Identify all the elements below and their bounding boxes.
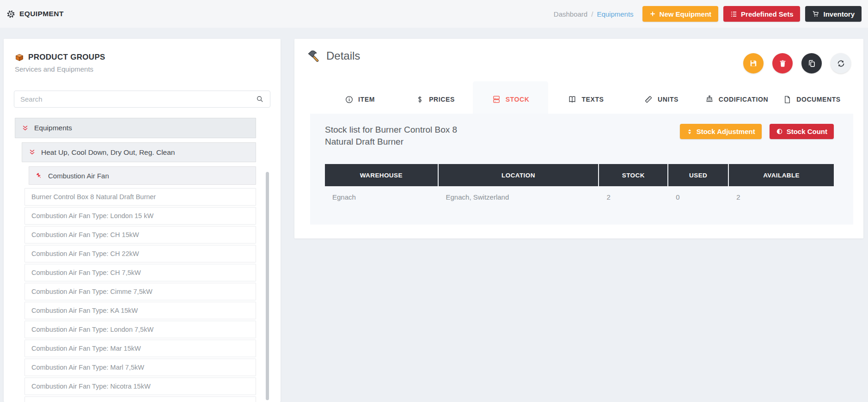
- column-header: STOCK: [599, 164, 668, 186]
- info-icon: [345, 95, 354, 104]
- predefined-sets-button[interactable]: Predefined Sets: [723, 6, 800, 22]
- tab-label: CODIFICATION: [719, 96, 768, 103]
- cart-icon: [812, 10, 819, 18]
- tab-label: PRICES: [429, 96, 455, 103]
- topbar-app: EQUIPMENT: [6, 10, 64, 18]
- list-item[interactable]: Combustion Air Fan Type: London 7,5kW: [24, 321, 256, 338]
- plus-icon: [649, 11, 656, 17]
- tab-texts[interactable]: TEXTS: [548, 85, 623, 114]
- list-item[interactable]: Combustion Air Fan Type: CH 15kW: [24, 226, 256, 244]
- box-icon: [15, 53, 24, 62]
- ruler-icon: [644, 95, 653, 104]
- document-icon: [783, 95, 792, 104]
- list-item[interactable]: Combustion Air Fan Type: Cimme 7,5kW: [24, 283, 256, 300]
- tree-group-combustion-air-fan[interactable]: Combustion Air Fan: [29, 166, 256, 185]
- item-label: Burner Control Box 8 Natural Draft Burne…: [31, 193, 156, 201]
- stock-drawers-icon: [492, 95, 501, 104]
- list-item[interactable]: Burner Control Box 8 Natural Draft Burne…: [24, 188, 256, 206]
- list-item[interactable]: Combustion Air Fan Type: KA 15kW: [24, 302, 256, 319]
- tab-prices[interactable]: PRICES: [397, 85, 473, 114]
- stock-adjustment-button[interactable]: Stock Adjustment: [680, 124, 762, 139]
- cell-used: 0: [668, 186, 729, 207]
- tab-documents[interactable]: DOCUMENTS: [774, 85, 850, 114]
- inventory-button[interactable]: Inventory: [805, 6, 862, 22]
- list-item[interactable]: Combustion Air Fan Type: London 15 kW: [24, 207, 256, 225]
- item-label: Combustion Air Fan Type: Marl 7,5kW: [31, 364, 144, 371]
- stock-table-header: WAREHOUSE LOCATION STOCK USED AVAILABLE: [325, 164, 834, 186]
- topbar: EQUIPMENT Dashboard / Equipments New Equ…: [0, 0, 868, 28]
- item-label: Combustion Air Fan Type: CH 15kW: [31, 231, 139, 238]
- sort-icon: [686, 128, 693, 135]
- stock-table: WAREHOUSE LOCATION STOCK USED AVAILABLE …: [325, 164, 834, 207]
- copy-icon: [807, 59, 816, 68]
- topbar-actions: Dashboard / Equipments New Equipment Pre…: [554, 6, 862, 22]
- column-header: LOCATION: [439, 164, 599, 186]
- new-equipment-button[interactable]: New Equipment: [642, 6, 719, 22]
- list-item[interactable]: Combustion Air Fan Type: Mar 15kW: [24, 340, 256, 357]
- dollar-icon: [416, 95, 424, 104]
- tab-item[interactable]: ITEM: [322, 85, 397, 114]
- breadcrumb-separator: /: [591, 10, 593, 18]
- save-icon: [749, 59, 758, 68]
- tree-group-label: Heat Up, Cool Down, Dry Out, Reg. Clean: [41, 148, 175, 157]
- list-item[interactable]: Combustion Air Fan Type: CH 7,5kW: [24, 264, 256, 281]
- tab-stock[interactable]: STOCK: [473, 81, 548, 114]
- tree-group-heat-up[interactable]: Heat Up, Cool Down, Dry Out, Reg. Clean: [22, 142, 256, 162]
- trash-icon: [778, 59, 787, 68]
- panel-title: PRODUCT GROUPS: [28, 53, 105, 62]
- list-item[interactable]: Combustion Air Fan Type: CH 22kW: [24, 245, 256, 262]
- column-header: USED: [668, 164, 729, 186]
- breadcrumb-equipments[interactable]: Equipments: [597, 10, 633, 18]
- hammer-icon: [306, 49, 320, 63]
- tree-group-label: Equipments: [34, 124, 72, 132]
- tree-group-equipments[interactable]: Equipments: [15, 118, 256, 138]
- tab-label: DOCUMENTS: [796, 96, 841, 103]
- delete-button[interactable]: [772, 53, 793, 73]
- column-header: WAREHOUSE: [325, 164, 439, 186]
- item-label: Combustion Air Fan Type: London 15 kW: [31, 212, 153, 219]
- tab-label: ITEM: [358, 96, 375, 103]
- tab-codification[interactable]: CODIFICATION: [699, 85, 774, 114]
- chevron-double-down-icon: [22, 125, 29, 132]
- predefined-sets-label: Predefined Sets: [741, 10, 793, 18]
- contrast-icon: [776, 128, 783, 135]
- list-item[interactable]: Combustion Air Fan Type: Nicotra 15kW: [24, 378, 256, 395]
- search-input[interactable]: [20, 95, 256, 103]
- panel-subtitle: Services and Equipments: [15, 65, 269, 73]
- book-icon: [568, 95, 577, 104]
- product-groups-panel: PRODUCT GROUPS Services and Equipments E…: [4, 39, 281, 402]
- breadcrumb-dashboard[interactable]: Dashboard: [554, 10, 587, 18]
- app-title: EQUIPMENT: [19, 10, 64, 18]
- item-label: Combustion Air Fan Type: KA 15kW: [31, 307, 138, 314]
- product-groups-header: PRODUCT GROUPS Services and Equipments: [4, 39, 281, 73]
- item-label: Combustion Air Fan Type: Mar 15kW: [31, 345, 141, 352]
- list-item[interactable]: [24, 396, 256, 402]
- stock-panel-actions: Stock Adjustment Stock Count: [680, 124, 834, 139]
- pin-icon: [36, 172, 43, 179]
- stock-list-title: Stock list for Burner Control Box 8 Natu…: [325, 124, 477, 147]
- duplicate-button[interactable]: [801, 53, 822, 73]
- cell-available: 2: [729, 186, 834, 207]
- item-label: Combustion Air Fan Type: Cimme 7,5kW: [31, 288, 153, 295]
- stock-count-button[interactable]: Stock Count: [770, 124, 834, 139]
- brush-icon: [705, 95, 714, 104]
- details-tabs: ITEM PRICES STOCK TEXTS: [294, 85, 863, 114]
- page-title: Details: [326, 49, 360, 62]
- tab-units[interactable]: UNITS: [623, 85, 699, 114]
- details-card: Details: [294, 39, 863, 238]
- list-icon: [730, 11, 737, 18]
- tree-scrollbar[interactable]: [266, 172, 269, 400]
- tab-label: STOCK: [506, 96, 530, 103]
- cell-stock: 2: [599, 186, 668, 207]
- item-label: Combustion Air Fan Type: CH 7,5kW: [31, 269, 141, 276]
- tab-label: UNITS: [658, 96, 679, 103]
- breadcrumb: Dashboard / Equipments: [554, 10, 634, 18]
- refresh-button[interactable]: [831, 53, 851, 73]
- product-groups-tree: Equipments Heat Up, Cool Down, Dry Out, …: [4, 118, 281, 402]
- refresh-icon: [837, 59, 845, 68]
- save-button[interactable]: [743, 53, 764, 73]
- item-label: Combustion Air Fan Type: CH 22kW: [31, 250, 139, 257]
- list-item[interactable]: Combustion Air Fan Type: Marl 7,5kW: [24, 359, 256, 376]
- search-icon[interactable]: [256, 95, 264, 103]
- cell-location: Egnach, Switzerland: [439, 186, 599, 207]
